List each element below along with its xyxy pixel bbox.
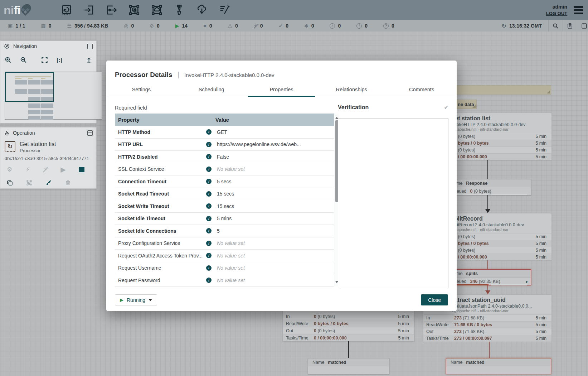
property-name: Request Username <box>118 265 206 271</box>
info-icon[interactable]: i <box>206 142 212 147</box>
tab-settings[interactable]: Settings <box>106 83 176 97</box>
info-icon[interactable]: i <box>206 216 212 221</box>
property-row[interactable]: Socket Idle Connectionsi5 <box>115 225 334 237</box>
settings-icon[interactable] <box>577 20 588 32</box>
info-icon[interactable]: i <box>206 228 212 233</box>
processor-icon[interactable] <box>60 4 73 16</box>
property-row[interactable]: Socket Read Timeouti15 secs <box>115 188 334 201</box>
color-brush-icon[interactable] <box>45 179 52 186</box>
status-count-value: 0 <box>49 23 52 29</box>
output-port-icon[interactable] <box>105 4 118 16</box>
status-count-value: 0 <box>365 23 368 29</box>
run-state-dropdown[interactable]: ▶ Running <box>115 294 157 305</box>
minimap-viewport[interactable] <box>5 72 54 102</box>
zoom-out-icon[interactable] <box>20 57 27 63</box>
nifi-logo: nifi <box>4 3 50 17</box>
status-counter: !0 <box>356 23 368 29</box>
property-row[interactable]: Request OAuth2 Access Token Prov...iNo v… <box>115 250 334 262</box>
status-counter: ↑0 <box>330 23 341 29</box>
global-menu-button[interactable] <box>574 5 583 16</box>
search-icon[interactable] <box>548 20 563 32</box>
property-row[interactable]: Request PasswordiNo value set <box>115 274 334 287</box>
refresh-icon[interactable]: ↻ <box>502 23 506 29</box>
close-button[interactable]: Close <box>421 294 448 305</box>
stale-icon: ↑ <box>330 23 335 29</box>
status-count-value: 0 <box>209 23 212 29</box>
remote-process-group-icon[interactable] <box>150 4 163 16</box>
property-name: SSL Context Service <box>118 166 206 172</box>
tab-comments[interactable]: Comments <box>387 83 457 97</box>
info-icon[interactable]: i <box>206 167 212 172</box>
property-name: HTTP Method <box>118 129 206 135</box>
property-name: Proxy Configuration Service <box>118 240 206 246</box>
tab-relationships[interactable]: Relationships <box>316 83 387 97</box>
configure-icon: ⚙ <box>7 167 12 173</box>
property-row[interactable]: HTTP/2 DisablediFalse <box>115 151 334 163</box>
label-resize-handle[interactable] <box>472 105 476 108</box>
property-row[interactable]: Socket Idle Timeouti5 mins <box>115 213 334 225</box>
zoom-in-icon[interactable] <box>5 57 11 63</box>
property-value: https://www.pegelonline.wsv.de/web... <box>215 141 334 147</box>
property-row[interactable]: Proxy Configuration ServiceiNo value set <box>115 237 334 250</box>
property-row[interactable]: Socket Write Timeouti15 secs <box>115 200 334 213</box>
property-value: No value set <box>215 240 334 246</box>
info-icon[interactable]: i <box>206 129 212 135</box>
info-icon[interactable]: i <box>206 253 212 258</box>
property-row[interactable]: SSL Context ServiceiNo value set <box>115 163 334 176</box>
connection-label[interactable]: Namematched <box>446 358 551 374</box>
info-icon[interactable]: i <box>206 265 212 271</box>
label-icon[interactable] <box>218 4 231 16</box>
zoom-reset-icon[interactable] <box>86 57 92 63</box>
info-icon[interactable]: i <box>206 191 212 197</box>
sync-failure-icon: ? <box>383 23 389 29</box>
property-row[interactable]: Request UsernameiNo value set <box>115 262 334 275</box>
component-toolbar <box>60 4 231 16</box>
running-play-icon: ▶ <box>120 297 123 303</box>
logout-link[interactable]: LOG OUT <box>546 11 567 16</box>
property-name: HTTP URL <box>118 141 206 147</box>
start-icon: ▶ <box>60 166 66 173</box>
info-icon[interactable]: i <box>206 179 212 184</box>
verification-check-icon[interactable]: ✔ <box>444 104 448 111</box>
birdseye-minimap[interactable] <box>5 72 102 120</box>
zoom-fit-icon[interactable] <box>41 57 48 63</box>
connection-label[interactable]: NameResponse Queued0 (0 bytes) <box>446 179 531 195</box>
funnel-icon[interactable] <box>173 4 186 16</box>
zoom-actual-icon[interactable]: |:| <box>57 57 62 63</box>
info-icon[interactable]: i <box>206 203 212 209</box>
property-value: False <box>215 154 334 160</box>
connection-label[interactable]: Namematched <box>308 358 389 374</box>
property-value: No value set <box>215 253 334 259</box>
label-resize-handle[interactable] <box>547 90 550 93</box>
info-icon[interactable]: i <box>206 241 212 246</box>
property-row[interactable]: HTTP URLihttps://www.pegelonline.wsv.de/… <box>115 139 334 151</box>
status-bar: ▣1 / 1▦0☰356 / 94.83 KB◎0⊘0▶14■0⚠0⚡0✔0✱0… <box>0 20 588 32</box>
copy-icon[interactable] <box>7 180 13 186</box>
property-column-header: Property <box>118 117 206 123</box>
property-row[interactable]: HTTP MethodiGET <box>115 126 334 139</box>
property-name: Socket Write Timeout <box>118 203 206 209</box>
tab-properties[interactable]: Properties <box>247 83 317 97</box>
property-row[interactable]: Connection Timeouti5 secs <box>115 175 334 188</box>
transmitting-icon: ◎ <box>124 23 128 28</box>
minimap-component <box>41 116 53 120</box>
connection-label[interactable]: Namesplits Queued346 (92.35 KB)◑ <box>446 269 531 285</box>
process-group-icon[interactable] <box>128 4 141 16</box>
stop-icon[interactable] <box>79 167 84 172</box>
dialog-subtitle: InvokeHTTP 2.4.0-stackable0.0.0-dev <box>184 72 274 78</box>
bulletin-board-icon[interactable] <box>563 20 577 32</box>
collapse-icon[interactable] <box>87 130 93 136</box>
hand-pointer-icon <box>4 130 9 136</box>
info-icon[interactable]: i <box>206 278 212 283</box>
input-port-icon[interactable] <box>83 4 96 16</box>
current-user: admin <box>546 4 567 10</box>
disabled-icon: ⚡ <box>254 23 257 28</box>
relationship-name: Response <box>466 181 487 186</box>
connection-line <box>489 341 490 358</box>
active-threads-icon: ▦ <box>41 23 45 28</box>
template-download-icon[interactable] <box>195 4 208 16</box>
collapse-icon[interactable] <box>87 44 93 49</box>
info-icon[interactable]: i <box>206 154 212 159</box>
tab-scheduling[interactable]: Scheduling <box>176 83 247 97</box>
operation-title: Operation <box>13 130 35 136</box>
